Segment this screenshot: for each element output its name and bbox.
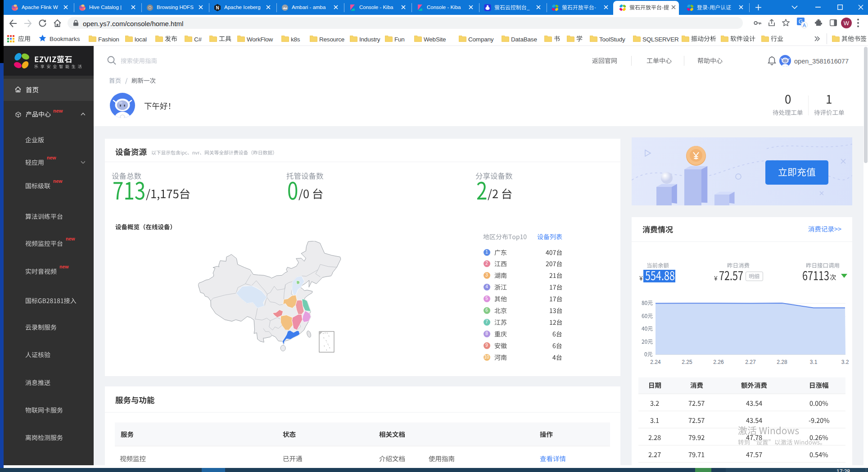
svg-text:A: A [803,23,806,28]
svg-text:W: W [844,20,850,27]
svg-text:N: N [216,5,219,10]
